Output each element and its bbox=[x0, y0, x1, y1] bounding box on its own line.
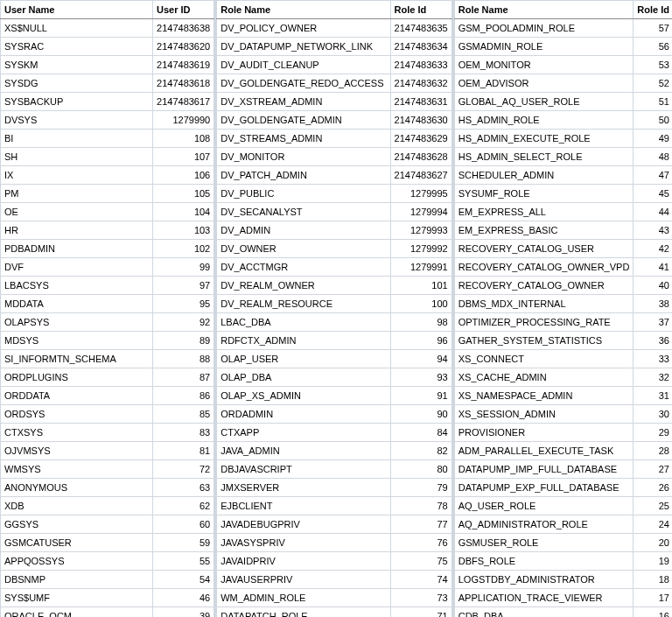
cell-name[interactable]: JAVAUSERPRIV bbox=[217, 571, 390, 589]
col-user-id[interactable]: User ID bbox=[153, 1, 214, 19]
table-row[interactable]: RECOVERY_CATALOG_OWNER_VPD41 bbox=[454, 258, 672, 277]
table-row[interactable]: LBAC_DBA98 bbox=[217, 313, 452, 332]
cell-name[interactable]: XS_CACHE_ADMIN bbox=[454, 368, 634, 387]
cell-id[interactable]: 1279992 bbox=[390, 240, 452, 258]
cell-id[interactable]: 53 bbox=[634, 56, 672, 74]
table-row[interactable]: DVF99 bbox=[1, 258, 214, 277]
cell-id[interactable]: 2147483628 bbox=[390, 148, 452, 166]
table-row[interactable]: ORDDATA86 bbox=[1, 387, 214, 405]
cell-name[interactable]: APPQOSSYS bbox=[1, 552, 153, 571]
cell-name[interactable]: DBJAVASCRIPT bbox=[217, 460, 390, 479]
cell-id[interactable]: 2147483617 bbox=[153, 93, 214, 111]
table-row[interactable]: SYSUMF_ROLE45 bbox=[454, 185, 672, 203]
table-row[interactable]: PROVISIONER29 bbox=[454, 424, 672, 442]
table-row[interactable]: DV_MONITOR2147483628 bbox=[217, 148, 452, 166]
cell-name[interactable]: DV_POLICY_OWNER bbox=[217, 19, 390, 38]
cell-name[interactable]: EJBCLIENT bbox=[217, 497, 390, 515]
cell-name[interactable]: DBSNMP bbox=[1, 571, 153, 589]
cell-name[interactable]: LOGSTDBY_ADMINISTRATOR bbox=[454, 571, 634, 589]
table-row[interactable]: OLAP_USER94 bbox=[217, 350, 452, 368]
cell-name[interactable]: XS_SESSION_ADMIN bbox=[454, 405, 634, 424]
cell-id[interactable]: 24 bbox=[634, 515, 672, 534]
cell-id[interactable]: 72 bbox=[153, 460, 214, 479]
cell-name[interactable]: SYS$UMF bbox=[1, 589, 153, 607]
cell-id[interactable]: 38 bbox=[634, 295, 672, 313]
cell-id[interactable]: 94 bbox=[390, 350, 452, 368]
table-row[interactable]: DV_ACCTMGR1279991 bbox=[217, 258, 452, 277]
table-row[interactable]: LBACSYS97 bbox=[1, 277, 214, 295]
cell-name[interactable]: AQ_USER_ROLE bbox=[454, 497, 634, 515]
cell-id[interactable]: 77 bbox=[390, 515, 452, 534]
table-row[interactable]: APPLICATION_TRACE_VIEWER17 bbox=[454, 589, 672, 607]
col-role-id[interactable]: Role Id bbox=[634, 1, 672, 19]
cell-name[interactable]: GGSYS bbox=[1, 515, 153, 534]
table-row[interactable]: ORACLE_OCM39 bbox=[1, 607, 214, 618]
cell-id[interactable]: 105 bbox=[153, 185, 214, 203]
cell-name[interactable]: DV_XSTREAM_ADMIN bbox=[217, 93, 390, 111]
cell-id[interactable]: 2147483627 bbox=[390, 166, 452, 185]
cell-name[interactable]: DV_REALM_RESOURCE bbox=[217, 295, 390, 313]
table-row[interactable]: ORDPLUGINS87 bbox=[1, 368, 214, 387]
table-row[interactable]: HR103 bbox=[1, 221, 214, 240]
table-row[interactable]: SYSBACKUP2147483617 bbox=[1, 93, 214, 111]
cell-name[interactable]: CDB_DBA bbox=[454, 607, 634, 618]
table-row[interactable]: GSMCATUSER59 bbox=[1, 534, 214, 552]
cell-name[interactable]: DV_OWNER bbox=[217, 240, 390, 258]
table-row[interactable]: SYSDG2147483618 bbox=[1, 74, 214, 93]
cell-name[interactable]: EM_EXPRESS_ALL bbox=[454, 203, 634, 221]
table-row[interactable]: DV_XSTREAM_ADMIN2147483631 bbox=[217, 93, 452, 111]
cell-id[interactable]: 30 bbox=[634, 405, 672, 424]
cell-id[interactable]: 89 bbox=[153, 332, 214, 350]
cell-id[interactable]: 101 bbox=[390, 277, 452, 295]
cell-name[interactable]: DATAPATCH_ROLE bbox=[217, 607, 390, 618]
cell-id[interactable]: 100 bbox=[390, 295, 452, 313]
table-row[interactable]: SYSRAC2147483620 bbox=[1, 38, 214, 56]
cell-name[interactable]: MDDATA bbox=[1, 295, 153, 313]
cell-id[interactable]: 60 bbox=[153, 515, 214, 534]
cell-id[interactable]: 59 bbox=[153, 534, 214, 552]
cell-id[interactable]: 91 bbox=[390, 387, 452, 405]
cell-id[interactable]: 102 bbox=[153, 240, 214, 258]
cell-id[interactable]: 82 bbox=[390, 442, 452, 460]
col-role-name[interactable]: Role Name bbox=[217, 1, 390, 19]
cell-id[interactable]: 49 bbox=[634, 130, 672, 148]
cell-id[interactable]: 56 bbox=[634, 38, 672, 56]
cell-name[interactable]: DV_GOLDENGATE_REDO_ACCESS bbox=[217, 74, 390, 93]
table-row[interactable]: DV_OWNER1279992 bbox=[217, 240, 452, 258]
cell-id[interactable]: 2147483631 bbox=[390, 93, 452, 111]
cell-id[interactable]: 18 bbox=[634, 571, 672, 589]
cell-name[interactable]: SYSBACKUP bbox=[1, 93, 153, 111]
cell-id[interactable]: 50 bbox=[634, 111, 672, 130]
cell-name[interactable]: HR bbox=[1, 221, 153, 240]
cell-name[interactable]: HS_ADMIN_ROLE bbox=[454, 111, 634, 130]
table-row[interactable]: DV_GOLDENGATE_ADMIN2147483630 bbox=[217, 111, 452, 130]
cell-name[interactable]: SYSKM bbox=[1, 56, 153, 74]
cell-id[interactable]: 25 bbox=[634, 497, 672, 515]
cell-name[interactable]: DV_AUDIT_CLEANUP bbox=[217, 56, 390, 74]
cell-id[interactable]: 57 bbox=[634, 19, 672, 38]
table-row[interactable]: OJVMSYS81 bbox=[1, 442, 214, 460]
table-row[interactable]: ANONYMOUS63 bbox=[1, 479, 214, 497]
table-row[interactable]: SYSKM2147483619 bbox=[1, 56, 214, 74]
cell-name[interactable]: SH bbox=[1, 148, 153, 166]
cell-id[interactable]: 1279995 bbox=[390, 185, 452, 203]
cell-id[interactable]: 79 bbox=[390, 479, 452, 497]
cell-id[interactable]: 31 bbox=[634, 387, 672, 405]
cell-name[interactable]: GSMADMIN_ROLE bbox=[454, 38, 634, 56]
cell-name[interactable]: PM bbox=[1, 185, 153, 203]
cell-name[interactable]: DVF bbox=[1, 258, 153, 277]
table-row[interactable]: OLAP_XS_ADMIN91 bbox=[217, 387, 452, 405]
cell-name[interactable]: ANONYMOUS bbox=[1, 479, 153, 497]
table-row[interactable]: ORDSYS85 bbox=[1, 405, 214, 424]
table-row[interactable]: EJBCLIENT78 bbox=[217, 497, 452, 515]
cell-id[interactable]: 83 bbox=[153, 424, 214, 442]
table-row[interactable]: DATAPUMP_IMP_FULL_DATABASE27 bbox=[454, 460, 672, 479]
table-row[interactable]: AQ_USER_ROLE25 bbox=[454, 497, 672, 515]
cell-id[interactable]: 62 bbox=[153, 497, 214, 515]
cell-id[interactable]: 16 bbox=[634, 607, 672, 618]
table-row[interactable]: DATAPUMP_EXP_FULL_DATABASE26 bbox=[454, 479, 672, 497]
cell-id[interactable]: 2147483633 bbox=[390, 56, 452, 74]
table-row[interactable]: SCHEDULER_ADMIN47 bbox=[454, 166, 672, 185]
table-row[interactable]: XDB62 bbox=[1, 497, 214, 515]
cell-id[interactable]: 93 bbox=[390, 368, 452, 387]
